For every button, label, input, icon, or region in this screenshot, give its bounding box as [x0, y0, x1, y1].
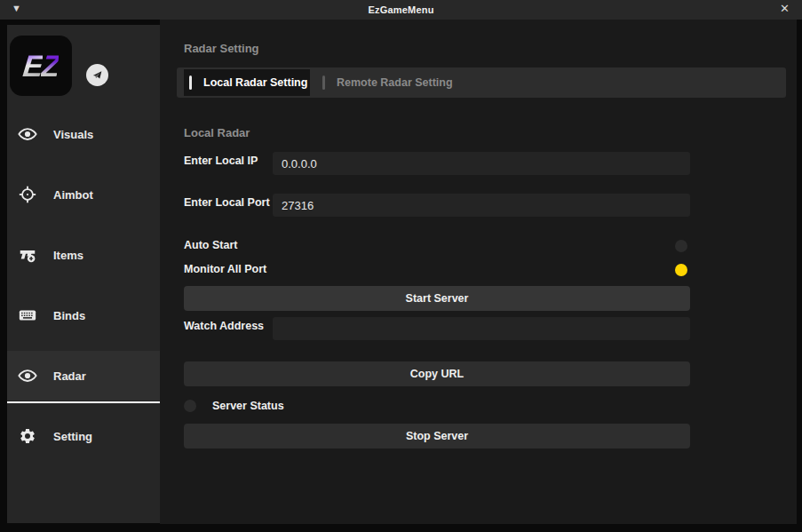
- local-ip-label: Enter Local IP: [184, 155, 258, 167]
- watch-address-label: Watch Address: [184, 320, 264, 332]
- local-port-label: Enter Local Port: [184, 196, 270, 209]
- auto-start-label: Auto Start: [184, 239, 237, 251]
- sidebar-item-aimbot[interactable]: Aimbot: [7, 170, 160, 219]
- close-icon[interactable]: ✕: [776, 2, 793, 15]
- main-content: Radar Setting Local Radar Setting Remote…: [160, 20, 797, 524]
- tab-bar: Local Radar Setting Remote Radar Setting: [177, 67, 786, 98]
- server-status-indicator: [184, 400, 196, 412]
- eye-icon: [18, 366, 37, 385]
- keyboard-icon: [18, 306, 37, 325]
- weapon-plus-icon: [18, 245, 37, 265]
- sidebar-item-setting[interactable]: Setting: [7, 411, 160, 461]
- logo-ez-text: EZ: [21, 49, 60, 83]
- start-server-button[interactable]: Start Server: [184, 286, 690, 311]
- monitor-all-port-toggle[interactable]: [675, 264, 687, 276]
- tab-label: Remote Radar Setting: [337, 76, 453, 89]
- sidebar-item-label: Visuals: [53, 128, 93, 141]
- app-window: ▼ EzGameMenu ✕ EZ Visuals Aimbot I: [0, 0, 802, 532]
- inactive-tab-indicator: [322, 75, 325, 90]
- sidebar-item-items[interactable]: Items: [7, 230, 160, 280]
- stop-server-button[interactable]: Stop Server: [184, 424, 690, 449]
- eye-icon: [18, 124, 37, 144]
- window-menu-icon[interactable]: ▼: [12, 3, 21, 13]
- server-status-row: Server Status: [184, 399, 284, 413]
- local-ip-input[interactable]: [273, 152, 690, 175]
- sidebar-item-visuals[interactable]: Visuals: [7, 109, 160, 159]
- sidebar-item-radar[interactable]: Radar: [7, 351, 160, 401]
- crosshair-icon: [18, 185, 37, 204]
- active-tab-indicator: [189, 75, 192, 90]
- gear-icon: [18, 426, 37, 446]
- local-port-input[interactable]: [273, 194, 690, 217]
- sidebar-item-label: Binds: [53, 309, 85, 322]
- sidebar-item-binds[interactable]: Binds: [7, 290, 160, 340]
- page-title: Radar Setting: [184, 42, 259, 55]
- sidebar-item-label: Items: [53, 249, 83, 262]
- sidebar-item-label: Setting: [53, 430, 92, 443]
- sidebar-item-label: Radar: [53, 369, 86, 383]
- window-title: EzGameMenu: [0, 4, 802, 15]
- tab-remote-radar-setting[interactable]: Remote Radar Setting: [317, 69, 486, 96]
- auto-start-toggle[interactable]: [675, 240, 687, 252]
- copy-url-button[interactable]: Copy URL: [184, 361, 690, 386]
- tab-local-radar-setting[interactable]: Local Radar Setting: [184, 69, 310, 96]
- active-item-underline: [7, 401, 160, 403]
- tab-label: Local Radar Setting: [203, 76, 307, 89]
- section-title: Local Radar: [184, 126, 250, 139]
- telegram-icon[interactable]: [86, 64, 108, 86]
- sidebar: EZ Visuals Aimbot Items: [7, 25, 160, 523]
- sidebar-item-label: Aimbot: [53, 188, 93, 202]
- title-bar: ▼ EzGameMenu ✕: [0, 0, 802, 20]
- watch-address-input[interactable]: [273, 317, 690, 340]
- monitor-all-port-label: Monitor All Port: [184, 263, 266, 275]
- server-status-label: Server Status: [212, 400, 284, 412]
- app-logo: EZ: [10, 36, 72, 96]
